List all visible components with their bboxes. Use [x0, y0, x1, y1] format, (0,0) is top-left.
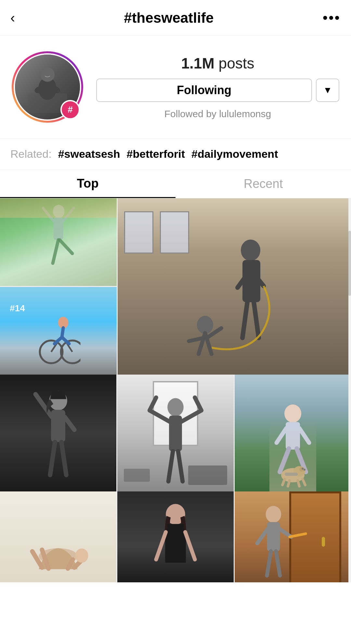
- dropdown-button[interactable]: ▼: [316, 79, 339, 102]
- backbend-figure: [0, 491, 116, 582]
- posts-label: posts: [219, 55, 254, 72]
- header: ‹ #thesweatlife •••: [0, 0, 351, 36]
- door-figure: [235, 491, 351, 582]
- tabs: Top Recent: [0, 170, 351, 198]
- svg-line-75: [276, 551, 280, 576]
- svg-line-69: [185, 532, 195, 560]
- svg-line-9: [53, 240, 58, 263]
- svg-point-11: [241, 240, 260, 261]
- related-tag-2[interactable]: #dailymovement: [191, 148, 278, 160]
- profile-info: 1.1M posts Following ▼ Followed by lulul…: [96, 55, 339, 119]
- grid-item-6[interactable]: [235, 375, 351, 491]
- svg-line-76: [290, 534, 306, 537]
- svg-line-41: [150, 398, 156, 411]
- photo-grid-container: #14: [0, 198, 351, 582]
- svg-line-74: [267, 551, 271, 576]
- related-tags-row: Related: #sweatsesh #betterforit #dailym…: [10, 148, 341, 160]
- grid-item-9[interactable]: [235, 491, 351, 582]
- more-options-button[interactable]: •••: [323, 10, 341, 26]
- svg-point-70: [266, 506, 281, 523]
- following-button[interactable]: Following: [96, 79, 312, 102]
- svg-line-43: [168, 451, 173, 481]
- scroll-thumb[interactable]: [348, 231, 351, 296]
- grid-item-8[interactable]: [117, 491, 234, 582]
- svg-line-16: [254, 302, 259, 338]
- related-label: Related:: [10, 148, 52, 160]
- tab-recent[interactable]: Recent: [176, 170, 351, 198]
- svg-point-45: [284, 404, 301, 423]
- svg-rect-32: [51, 410, 65, 442]
- svg-point-66: [75, 549, 88, 563]
- followed-by-text: Followed by lululemonsg: [96, 108, 339, 119]
- back-button[interactable]: ‹: [10, 10, 15, 26]
- svg-rect-6: [53, 217, 63, 240]
- svg-point-2: [40, 68, 55, 82]
- svg-line-34: [65, 417, 74, 430]
- chevron-down-icon: ▼: [323, 85, 332, 95]
- page-title: #thesweatlife: [124, 10, 214, 26]
- posts-number: 1.1M: [181, 55, 214, 72]
- svg-point-37: [167, 398, 184, 416]
- grid-item-5[interactable]: [117, 375, 234, 491]
- svg-rect-71: [267, 522, 280, 551]
- svg-line-15: [242, 302, 247, 338]
- svg-line-40: [181, 410, 202, 422]
- related-tag-1[interactable]: #betterforit: [127, 148, 185, 160]
- related-tags-section: Related: #sweatsesh #betterforit #dailym…: [0, 138, 351, 170]
- tab-top[interactable]: Top: [0, 170, 176, 198]
- grid-item-4[interactable]: [0, 375, 116, 491]
- grid-item-7[interactable]: [0, 491, 116, 582]
- svg-line-44: [178, 451, 183, 481]
- stretch-figure: [0, 375, 116, 491]
- svg-line-68: [156, 532, 166, 560]
- profile-section: # 1.1M posts Following ▼ Followed by lul…: [0, 36, 351, 138]
- svg-line-35: [50, 442, 55, 475]
- hashtag-badge: #: [60, 100, 80, 119]
- grid-item-1[interactable]: [0, 198, 117, 286]
- avatar-wrap: #: [12, 51, 83, 123]
- following-row: Following ▼: [96, 79, 339, 102]
- grid-row-2: [0, 375, 351, 491]
- dark-woman-figure: [117, 491, 234, 582]
- scrollbar[interactable]: [348, 198, 351, 582]
- posts-count: 1.1M posts: [96, 55, 339, 72]
- workout-figures: [118, 198, 351, 375]
- grid-item-3[interactable]: #14: [0, 287, 117, 375]
- related-tag-0[interactable]: #sweatsesh: [58, 148, 120, 160]
- svg-line-36: [61, 442, 66, 475]
- cyclist-figure: [36, 287, 80, 375]
- svg-line-72: [257, 529, 268, 543]
- grid-row-3: [0, 491, 351, 582]
- svg-line-10: [59, 240, 72, 254]
- grid-row-1: #14: [0, 198, 351, 375]
- svg-line-39: [150, 410, 170, 422]
- svg-line-42: [195, 398, 202, 411]
- grid-item-big[interactable]: [118, 198, 351, 375]
- svg-point-23: [61, 341, 80, 363]
